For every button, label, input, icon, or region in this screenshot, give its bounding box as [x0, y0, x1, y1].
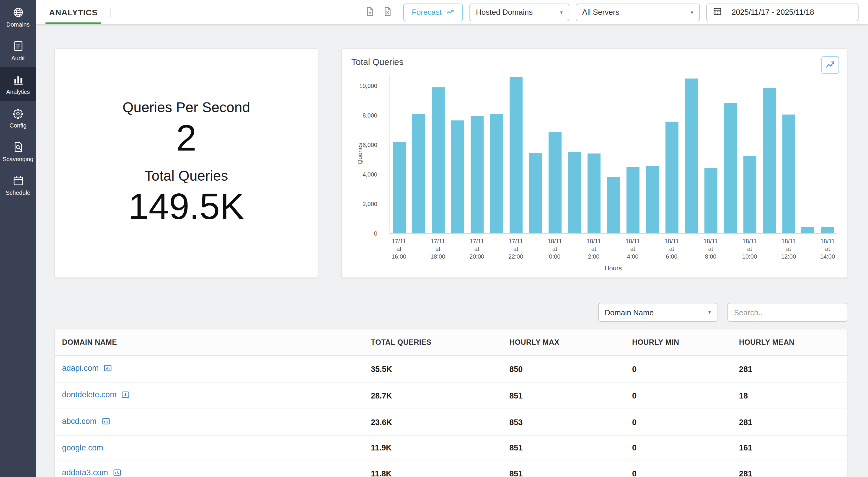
column-filter-select[interactable]: Domain Name ▾ [598, 303, 717, 322]
x-tick-label [564, 237, 584, 260]
domain-cell: google.com [55, 435, 364, 460]
sidebar-item-domains[interactable]: Domains [0, 0, 36, 34]
all-servers-value: All Servers [582, 8, 619, 17]
column-header[interactable]: TOTAL QUERIES [364, 329, 502, 356]
bar-slot [740, 156, 760, 233]
chart-bar[interactable] [724, 103, 737, 233]
y-tick-label: 6,000 [363, 142, 377, 148]
date-range-value: 2025/11/17 - 2025/11/18 [732, 8, 814, 17]
domains-table: DOMAIN NAMETOTAL QUERIESHOURLY MAXHOURLY… [55, 329, 847, 477]
x-tick-label: 18/11at6:00 [662, 237, 681, 260]
hosted-domains-select[interactable]: Hosted Domains ▾ [469, 3, 569, 21]
domain-cell: abcd.com [55, 409, 364, 435]
topbar: ANALYTICS Forecast Host [36, 0, 868, 24]
chart-bar[interactable] [568, 152, 581, 233]
bar-slot [662, 122, 682, 233]
chart-bar[interactable] [802, 227, 814, 233]
table-row: addata3.com11.8K8510281 [55, 460, 847, 477]
hourly-mean-cell: 18 [732, 382, 847, 409]
sidebar-item-schedule[interactable]: Schedule [0, 168, 36, 202]
globe-icon [12, 6, 24, 18]
bar-slot [448, 121, 468, 233]
sidebar-item-config[interactable]: Config [0, 101, 36, 135]
hourly-min-cell: 0 [625, 356, 732, 382]
total-queries-cell: 11.8K [364, 460, 502, 477]
chart-type-toggle-button[interactable] [822, 56, 839, 74]
sidebar: DomainsAuditAnalyticsConfigScavengingSch… [0, 0, 36, 477]
domain-cell: dontdelete.com [55, 382, 364, 409]
column-header[interactable]: HOURLY MEAN [732, 329, 847, 356]
sidebar-item-audit[interactable]: Audit [0, 34, 36, 67]
chart-bar[interactable] [743, 156, 756, 233]
chart-bar[interactable] [509, 77, 523, 233]
column-header[interactable]: HOURLY MAX [502, 329, 625, 356]
y-tick-label: 8,000 [363, 113, 377, 119]
x-tick-label: 17/11at20:00 [467, 237, 487, 260]
domain-chart-icon[interactable] [121, 390, 130, 401]
bar-slot [506, 77, 526, 233]
sidebar-item-label: Scavenging [3, 156, 34, 162]
analytics-icon [12, 74, 24, 86]
export-pdf-icon [365, 6, 375, 18]
domain-chart-icon[interactable] [101, 417, 110, 427]
hourly-max-cell: 851 [502, 435, 625, 460]
chart-plot-area [389, 74, 837, 234]
hourly-min-cell: 0 [625, 382, 732, 409]
column-header[interactable]: DOMAIN NAME [55, 329, 364, 356]
qps-label: Queries Per Second [123, 99, 250, 116]
all-servers-select[interactable]: All Servers ▾ [576, 3, 700, 21]
trend-up-icon [446, 7, 455, 18]
domain-link[interactable]: adapi.com [62, 364, 99, 373]
bar-slot [390, 142, 409, 233]
chart-bar[interactable] [821, 227, 834, 233]
chart-bar[interactable] [529, 153, 542, 233]
sidebar-item-scavenging[interactable]: Scavenging [0, 135, 36, 168]
chart-bar[interactable] [490, 114, 503, 233]
title-divider [111, 7, 111, 17]
date-range-picker[interactable]: 2025/11/17 - 2025/11/18 [706, 3, 859, 21]
column-filter-value: Domain Name [604, 308, 654, 317]
chart-bar[interactable] [471, 116, 484, 233]
chart-bar[interactable] [704, 168, 717, 233]
export-pdf-button[interactable] [365, 6, 376, 19]
chart-bar[interactable] [607, 177, 620, 233]
domain-chart-icon[interactable] [113, 468, 122, 477]
export-excel-button[interactable] [382, 6, 394, 19]
domain-link[interactable]: google.com [62, 443, 103, 452]
chart-bar[interactable] [588, 154, 600, 233]
domain-link[interactable]: addata3.com [62, 468, 108, 477]
hosted-domains-value: Hosted Domains [476, 8, 533, 17]
chart-bar[interactable] [626, 167, 640, 233]
chart-bar[interactable] [412, 114, 426, 233]
domain-chart-icon[interactable] [104, 364, 113, 374]
chart-bar[interactable] [685, 78, 698, 233]
chart-bar[interactable] [782, 115, 795, 233]
chart-bar[interactable] [393, 142, 406, 233]
table-search-input[interactable] [727, 303, 847, 322]
chart-bar[interactable] [452, 121, 464, 233]
column-header[interactable]: HOURLY MIN [625, 329, 732, 356]
x-tick-label: 17/11at16:00 [389, 237, 409, 260]
y-tick-label: 4,000 [363, 172, 377, 178]
x-tick-label: 18/11at10:00 [740, 237, 760, 260]
x-tick-label: 18/11at14:00 [818, 237, 837, 260]
x-tick-label [798, 237, 818, 260]
chevron-down-icon: ▾ [708, 309, 711, 315]
total-queries-label: Total Queries [145, 167, 228, 184]
chart-bar[interactable] [665, 122, 678, 233]
forecast-button[interactable]: Forecast [404, 3, 463, 21]
chart-bar[interactable] [763, 88, 776, 233]
bar-slot [565, 152, 584, 233]
domain-link[interactable]: abcd.com [62, 417, 97, 426]
y-tick-label: 10,000 [359, 83, 377, 89]
bar-slot [779, 115, 798, 233]
x-tick-label [409, 237, 428, 260]
chart-bar[interactable] [432, 87, 445, 233]
bar-slot [545, 132, 565, 233]
table-filters: Domain Name ▾ [54, 303, 847, 322]
sidebar-item-analytics[interactable]: Analytics [0, 67, 36, 101]
chart-bar[interactable] [549, 132, 562, 233]
y-tick-label: 2,000 [363, 201, 377, 207]
chart-bar[interactable] [646, 166, 659, 233]
domain-link[interactable]: dontdelete.com [62, 390, 117, 399]
